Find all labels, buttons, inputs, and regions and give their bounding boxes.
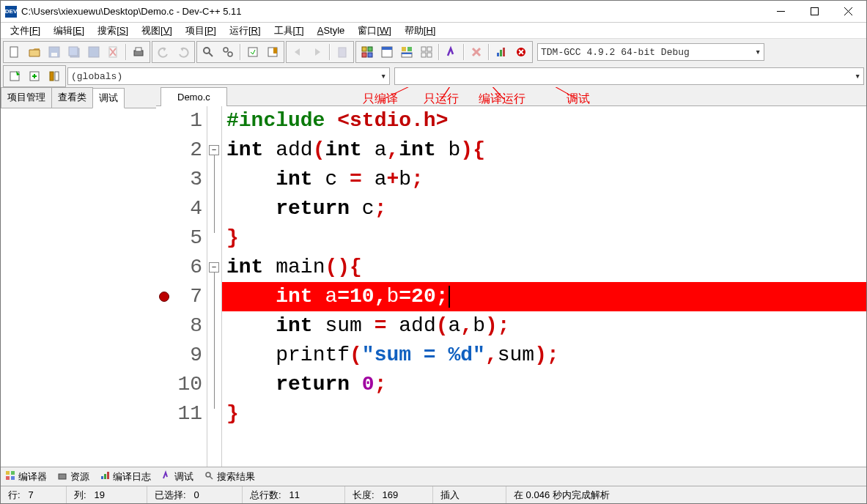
sidebar-body: [1, 108, 156, 467]
goto-class-button[interactable]: [25, 67, 44, 86]
menu-item[interactable]: 项目[P]: [179, 23, 223, 39]
svg-rect-34: [427, 47, 432, 51]
debug-button[interactable]: [442, 42, 461, 62]
side-tabs: 项目管理查看类调试: [1, 87, 156, 108]
new-file-button[interactable]: [5, 42, 24, 62]
menu-item[interactable]: AStyle: [311, 23, 352, 37]
svg-rect-47: [50, 72, 54, 81]
code-line[interactable]: int main(){: [222, 253, 866, 282]
scope-select[interactable]: (globals) ▾: [67, 67, 390, 85]
compile-run-button[interactable]: [397, 42, 416, 62]
code-line[interactable]: }: [222, 399, 866, 429]
open-file-button[interactable]: [25, 42, 44, 62]
menu-item[interactable]: 工具[T]: [268, 23, 311, 39]
breakpoint-icon[interactable]: [159, 292, 169, 302]
line-gutter[interactable]: 1234567891011: [156, 106, 207, 467]
code-line[interactable]: int c = a+b;: [222, 165, 866, 194]
profile-button[interactable]: [492, 42, 511, 62]
side-tab[interactable]: 查看类: [51, 87, 93, 108]
redo-button[interactable]: [174, 42, 193, 62]
line-number[interactable]: 2: [156, 136, 202, 165]
line-number[interactable]: 5: [156, 223, 202, 253]
fold-toggle[interactable]: −: [209, 145, 219, 155]
line-number[interactable]: 4: [156, 194, 202, 223]
menu-item[interactable]: 窗口[W]: [351, 23, 398, 39]
status-len: 长度: 169: [345, 486, 433, 503]
line-number[interactable]: 8: [156, 311, 202, 341]
sidebar: 项目管理查看类调试: [1, 87, 156, 467]
svg-rect-40: [500, 50, 502, 56]
line-number[interactable]: 6: [156, 253, 202, 282]
line-number[interactable]: 3: [156, 165, 202, 194]
bookmark-button[interactable]: [263, 42, 282, 62]
tab-label: 调试: [174, 470, 193, 483]
code-line[interactable]: int add(int a,int b){: [222, 136, 866, 165]
code-line[interactable]: printf("sum = %d",sum);: [222, 341, 866, 370]
find-button[interactable]: [199, 42, 218, 62]
line-number[interactable]: 10: [156, 370, 202, 399]
menubar: 文件[F]编辑[E]搜索[S]视图[V]项目[P]运行[R]工具[T]AStyl…: [1, 23, 866, 39]
menu-item[interactable]: 文件[F]: [4, 23, 47, 39]
code-line[interactable]: int a=10,b=20;: [222, 282, 866, 311]
code-line[interactable]: return c;: [222, 194, 866, 223]
tab-label: 编译日志: [113, 470, 151, 483]
undo-button[interactable]: [154, 42, 173, 62]
code-content[interactable]: #include <stdio.h>int add(int a,int b){ …: [222, 106, 866, 467]
menu-item[interactable]: 帮助[H]: [398, 23, 443, 39]
code-line[interactable]: return 0;: [222, 370, 866, 399]
code-line[interactable]: #include <stdio.h>: [222, 106, 866, 136]
close-file-button[interactable]: [104, 42, 123, 62]
bottom-tab[interactable]: 搜索结果: [204, 470, 255, 483]
save-all-button[interactable]: [64, 42, 84, 62]
member-select[interactable]: ▾: [394, 67, 864, 85]
bottom-tab[interactable]: 编译器: [5, 470, 47, 483]
chevron-down-icon: ▾: [755, 46, 761, 58]
svg-rect-32: [402, 53, 412, 54]
line-number[interactable]: 9: [156, 341, 202, 370]
fold-toggle[interactable]: −: [209, 262, 219, 273]
code-line[interactable]: }: [222, 223, 866, 253]
compiler-select[interactable]: TDM-GCC 4.9.2 64-bit Debug ▾: [537, 43, 764, 61]
replace-button[interactable]: [218, 42, 237, 62]
menu-item[interactable]: 编辑[E]: [47, 23, 91, 39]
forward-button[interactable]: [308, 42, 327, 62]
line-number[interactable]: 1: [156, 106, 202, 136]
code-editor[interactable]: 1234567891011 −− #include <stdio.h>int a…: [156, 106, 866, 467]
delete-profile-button[interactable]: [512, 42, 531, 62]
toolgroup-file: [3, 41, 150, 63]
menu-item[interactable]: 运行[R]: [223, 23, 268, 39]
code-line[interactable]: int sum = add(a,b);: [222, 311, 866, 341]
line-number[interactable]: 11: [156, 399, 202, 429]
stop-button[interactable]: [467, 42, 486, 62]
app-icon: DEV: [5, 6, 17, 18]
toolgroup-search: [196, 41, 284, 63]
class-browser-button[interactable]: [45, 67, 64, 86]
goto-button[interactable]: [243, 42, 262, 62]
status-col: 列: 19: [67, 486, 147, 503]
rebuild-button[interactable]: [417, 42, 436, 62]
save-as-button[interactable]: [84, 42, 103, 62]
svg-rect-28: [382, 47, 392, 50]
menu-item[interactable]: 搜索[S]: [91, 23, 135, 39]
back-button[interactable]: [288, 42, 307, 62]
bottom-tab[interactable]: 资源: [57, 470, 89, 483]
svg-point-17: [224, 48, 228, 52]
bottom-tab[interactable]: 调试: [161, 470, 193, 483]
menu-item[interactable]: 视图[V]: [135, 23, 179, 39]
side-tab[interactable]: 项目管理: [1, 87, 52, 108]
new-class-button[interactable]: [5, 67, 24, 86]
close-button[interactable]: [831, 1, 865, 23]
fold-column[interactable]: −−: [207, 106, 222, 467]
editor-tab[interactable]: Demo.c: [161, 87, 227, 106]
side-tab[interactable]: 调试: [92, 88, 125, 108]
run-button[interactable]: [377, 42, 396, 62]
compile-button[interactable]: [358, 42, 377, 62]
maximize-button[interactable]: [797, 1, 831, 23]
toggle-bookmark-button[interactable]: [333, 42, 352, 62]
bottom-tab[interactable]: 编译日志: [100, 470, 151, 483]
tab-icon: [57, 470, 67, 483]
print-button[interactable]: [129, 42, 148, 62]
minimize-button[interactable]: [764, 1, 797, 23]
save-button[interactable]: [45, 42, 64, 62]
svg-rect-53: [6, 471, 10, 475]
